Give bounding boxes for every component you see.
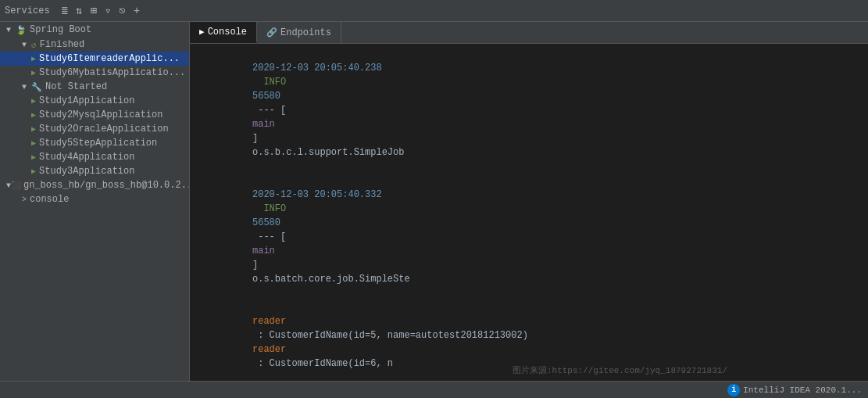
study5step-icon: ▶ [31, 138, 36, 148]
toolbar-icon-list[interactable]: ≣ [59, 2, 70, 19]
study3-label: Study3Application [39, 166, 134, 177]
sidebar-item-finished[interactable]: ↺ Finished [0, 38, 189, 52]
sidebar-item-gn-boss[interactable]: ⬛ gn_boss_hb/gn_boss_hb@10.0.2... [0, 178, 189, 192]
study6mybatis-label: Study6MybatisApplicatio... [39, 67, 185, 78]
sidebar-item-study4[interactable]: ▶ Study4Application [0, 150, 189, 164]
tab-console[interactable]: ▶ Console [190, 22, 257, 43]
not-started-label: Not Started [45, 81, 107, 92]
toolbar-icon-add[interactable]: + [131, 3, 142, 19]
not-started-icon: 🔧 [31, 82, 42, 92]
study2oracle-icon: ▶ [31, 124, 36, 134]
toolbar-icon-filter[interactable]: ▿ [102, 2, 113, 19]
console-label: console [30, 194, 69, 205]
spring-boot-label: Spring Boot [30, 24, 91, 35]
sidebar-item-study6mybatis[interactable]: ▶ Study6MybatisApplicatio... [0, 66, 189, 80]
spring-boot-arrow [6, 26, 16, 34]
sidebar: 🍃 Spring Boot ↺ Finished ▶ Study6Itemrea… [0, 22, 190, 381]
console-tab-icon: ▶ [199, 27, 205, 37]
study5step-label: Study5StepApplication [39, 138, 157, 149]
intellij-icon: i [727, 384, 740, 396]
study6itemreader-label: Study6ItemreaderApplic... [39, 53, 180, 64]
study4-label: Study4Application [39, 152, 134, 163]
gn-boss-icon: ⬛ [11, 181, 20, 190]
finished-arrow [22, 41, 31, 49]
study1-label: Study1Application [39, 95, 134, 106]
gn-boss-label: gn_boss_hb/gn_boss_hb@10.0.2... [23, 180, 189, 191]
endpoints-tab-icon: 🔗 [266, 27, 277, 38]
sidebar-item-study5step[interactable]: ▶ Study5StepApplication [0, 136, 189, 150]
console-tab-label: Console [208, 27, 247, 38]
sidebar-item-spring-boot[interactable]: 🍃 Spring Boot [0, 22, 189, 38]
sidebar-item-console[interactable]: > console [0, 192, 189, 206]
tabs-bar: ▶ Console 🔗 Endpoints [190, 22, 868, 44]
finished-label: Finished [40, 39, 85, 50]
intellij-label: IntelliJ IDEA 2020.1... [743, 385, 862, 395]
right-panel: ▶ Console 🔗 Endpoints 2020-12-03 20:05:4… [190, 22, 868, 381]
endpoints-tab-label: Endpoints [280, 27, 331, 38]
console-line-0: 2020-12-03 20:05:40.238 INFO 56580 --- [… [196, 47, 862, 174]
study2mysql-label: Study2MysqlApplication [39, 109, 163, 120]
study2oracle-label: Study2OracleApplication [39, 124, 169, 134]
study2mysql-icon: ▶ [31, 110, 36, 120]
main-area: 🍃 Spring Boot ↺ Finished ▶ Study6Itemrea… [0, 22, 868, 381]
console-icon: > [22, 195, 27, 204]
console-line-2: reader : CustomerIdName(id=5, name=autot… [196, 300, 862, 381]
sidebar-item-study1[interactable]: ▶ Study1Application [0, 94, 189, 108]
intellij-status: i IntelliJ IDEA 2020.1... [727, 384, 862, 396]
toolbar-icon-run[interactable]: ⎋ [116, 2, 127, 19]
study6mybatis-icon: ▶ [31, 68, 36, 77]
study3-icon: ▶ [31, 167, 36, 176]
study1-icon: ▶ [31, 96, 36, 106]
status-bar: i IntelliJ IDEA 2020.1... [0, 381, 868, 398]
study6itemreader-icon: ▶ [31, 54, 36, 63]
console-line-1: 2020-12-03 20:05:40.332 INFO 56580 --- [… [196, 174, 862, 300]
sidebar-item-study2mysql[interactable]: ▶ Study2MysqlApplication [0, 108, 189, 122]
sidebar-item-not-started[interactable]: 🔧 Not Started [0, 80, 189, 94]
toolbar-icon-sort[interactable]: ⇅ [73, 2, 84, 19]
finished-icon: ↺ [31, 40, 37, 50]
sidebar-item-study3[interactable]: ▶ Study3Application [0, 164, 189, 178]
console-output[interactable]: 2020-12-03 20:05:40.238 INFO 56580 --- [… [190, 44, 868, 381]
toolbar-icon-group[interactable]: ⊞ [88, 2, 98, 19]
sidebar-item-study6itemreader[interactable]: ▶ Study6ItemreaderApplic... [0, 52, 189, 66]
services-label: Services [5, 5, 50, 16]
services-toolbar: Services ≣ ⇅ ⊞ ▿ ⎋ + [0, 0, 868, 22]
spring-boot-icon: 🍃 [16, 25, 27, 35]
tab-endpoints[interactable]: 🔗 Endpoints [257, 22, 341, 43]
study4-icon: ▶ [31, 152, 36, 162]
not-started-arrow [22, 83, 31, 91]
sidebar-item-study2oracle[interactable]: ▶ Study2OracleApplication [0, 122, 189, 136]
